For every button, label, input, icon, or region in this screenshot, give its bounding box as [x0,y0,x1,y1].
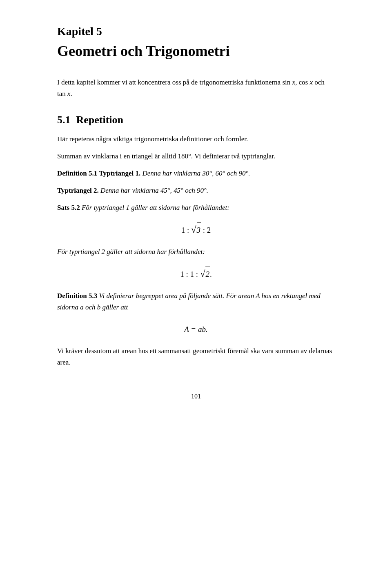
section-51-header: 5.1 Repetition [57,114,335,126]
def51-label: Definition 5.1 [57,169,97,177]
section-number: 5.1 [57,114,71,126]
def51-text: Denna har vinklarna 30°, 60° och 90°. [142,169,250,177]
sqrt3-expression: √3 [191,222,201,237]
chapter-intro: I detta kapitel kommer vi att koncentrer… [57,77,335,99]
sats52-continuation: För typrtiangel 2 gäller att sidorna har… [57,248,205,256]
formula-area: A = ab. [57,323,335,336]
sats52-label: Sats 5.2 [57,204,80,211]
def53-label: Definition 5.3 [57,292,97,300]
sats52-text2: För typrtiangel 2 gäller att sidorna har… [57,246,335,258]
sqrt-symbol-2: √ [200,269,205,279]
definition-53: Definition 5.3 Vi definierar begreppet a… [57,290,335,313]
section-description: Här repeteras några viktiga trigonometri… [57,133,335,145]
chapter-label: Kapitel 5 [57,24,335,38]
sqrt2-expression: √2 [200,267,210,281]
sats-52: Sats 5.2 För typtriangel 1 gäller att si… [57,202,335,214]
typtriangel2-label: Typtriangel 2. [57,187,99,194]
section-title: Repetition [76,114,124,126]
page-number: 101 [57,393,335,400]
formula-sqrt2: 1 : 1 : √2 . [57,267,335,281]
area-formula: A = ab. [184,325,207,334]
formula-sqrt3: 1 : √3 : 2 [57,222,335,237]
sqrt-symbol: √ [191,225,196,235]
sats52-text: För typtriangel 1 gäller att sidorna har… [82,204,229,211]
chapter-title: Geometri och Trigonometri [57,42,335,61]
def53-text2: Vi kräver dessutom att arean hos ett sam… [57,345,335,368]
def51-title: Typtriangel 1. [99,169,140,177]
page-content: Kapitel 5 Geometri och Trigonometri I de… [57,0,335,565]
typtriangel2-text: Denna har vinklarna 45°, 45° och 90°. [100,187,208,194]
typtriangel2: Typtriangel 2. Denna har vinklarna 45°, … [57,185,335,196]
sqrt3-radicand: 3 [197,222,201,237]
definition-51: Definition 5.1 Typtriangel 1. Denna har … [57,168,335,179]
sum-angles-text: Summan av vinklarna i en triangel är all… [57,151,335,162]
sqrt2-radicand: 2 [205,267,210,281]
